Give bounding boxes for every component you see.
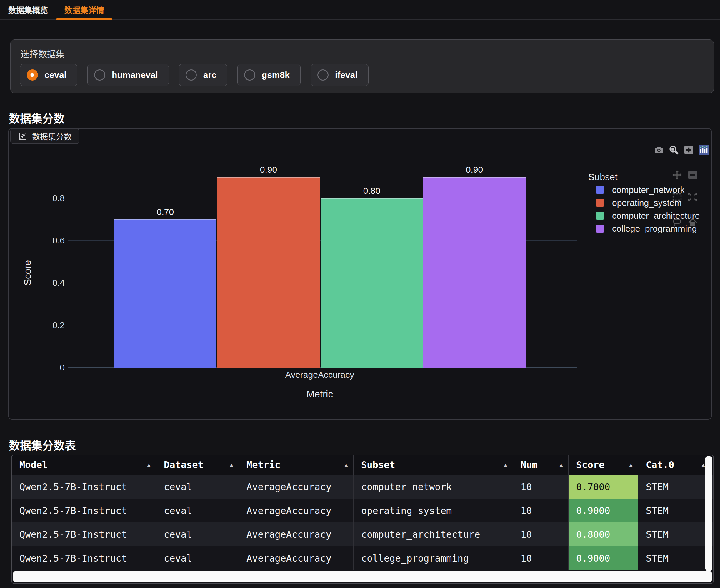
cell-model: Qwen2.5-7B-Instruct: [12, 499, 156, 522]
column-header-label: Dataset: [164, 459, 204, 470]
dataset-radio-option[interactable]: ifeval: [311, 64, 369, 86]
sort-arrow-icon: ▲: [701, 461, 705, 468]
legend-item-label: college_programming: [612, 224, 697, 234]
radio-icon: [94, 69, 105, 81]
column-header[interactable]: Subset ▲: [353, 455, 513, 475]
column-header-label: Model: [19, 459, 48, 470]
cell-subset: computer_network: [353, 475, 513, 499]
dataset-selector-panel: 选择数据集 ceval humaneval arc gsm8k ifeval: [10, 39, 714, 93]
y-tick-label: 0.4: [8, 277, 65, 289]
radio-option-label: ceval: [44, 70, 66, 80]
legend-item[interactable]: college_programming: [596, 222, 700, 235]
column-header-label: Score: [576, 459, 604, 470]
page: 数据集概览 数据集详情 选择数据集 ceval humaneval arc gs…: [0, 0, 720, 588]
cell-num: 10: [513, 475, 569, 499]
dataset-radio-option[interactable]: humaneval: [87, 64, 169, 86]
y-tick-label: 0.2: [8, 319, 65, 331]
dataset-radio-option[interactable]: gsm8k: [238, 64, 301, 86]
radio-option-label: ifeval: [335, 70, 358, 80]
cell-cat0: STEM: [638, 546, 710, 570]
sort-arrow-icon: ▲: [629, 461, 633, 468]
cell-metric: AverageAccuracy: [239, 499, 353, 522]
legend-item-label: computer_architecture: [612, 211, 700, 221]
dataset-radio-option[interactable]: ceval: [20, 64, 77, 86]
cell-model: Qwen2.5-7B-Instruct: [12, 475, 156, 499]
cell-num: 10: [513, 499, 569, 522]
radio-option-label: arc: [203, 70, 217, 80]
legend-title: Subset: [588, 172, 618, 183]
legend-item[interactable]: computer_network: [596, 184, 700, 196]
legend-item-label: computer_network: [612, 185, 685, 195]
cell-metric: AverageAccuracy: [239, 522, 353, 546]
column-header[interactable]: Dataset ▲: [156, 455, 239, 475]
top-tab[interactable]: 数据集概览: [0, 0, 56, 19]
table-vertical-scrollbar[interactable]: [705, 456, 712, 571]
table-horizontal-scrollbar[interactable]: [13, 571, 712, 582]
table-row: Qwen2.5-7B-InstructcevalAverageAccuracyc…: [12, 546, 713, 570]
x-tick-label: AverageAccuracy: [275, 370, 364, 380]
chart-card: 数据集分数: [8, 128, 712, 420]
dataset-radio-option[interactable]: arc: [179, 64, 227, 86]
bar-operating_system[interactable]: [217, 177, 320, 368]
bar-value-label: 0.70: [114, 206, 217, 217]
table-section-heading: 数据集分数表: [9, 439, 76, 452]
top-tab-bar: 数据集概览 数据集详情: [0, 0, 720, 20]
table-body: Qwen2.5-7B-InstructcevalAverageAccuracyc…: [12, 475, 713, 570]
legend-swatch: [596, 199, 604, 207]
cell-subset: operating_system: [353, 499, 513, 522]
cell-cat0: STEM: [638, 475, 710, 499]
top-tab-label: 数据集详情: [64, 4, 104, 16]
sort-arrow-icon: ▲: [230, 461, 233, 468]
bar-value-label: 0.90: [217, 164, 320, 175]
table-header-row: Model ▲ Dataset ▲ Metric ▲ Subset ▲ Num …: [12, 455, 713, 475]
radio-icon: [244, 69, 255, 81]
legend-swatch: [596, 212, 604, 219]
cell-subset: college_programming: [353, 546, 513, 570]
legend-swatch: [596, 225, 604, 233]
column-header[interactable]: Score ▲: [569, 455, 638, 475]
cell-metric: AverageAccuracy: [239, 546, 353, 570]
dataset-radio-group: ceval humaneval arc gsm8k ifeval: [20, 64, 369, 86]
y-tick-label: 0.6: [8, 234, 65, 247]
radio-icon: [27, 69, 38, 81]
scores-table: Model ▲ Dataset ▲ Metric ▲ Subset ▲ Num …: [11, 455, 714, 584]
bar-college_programming[interactable]: [423, 177, 526, 368]
legend-item[interactable]: computer_architecture: [596, 209, 700, 222]
chart-section-heading: 数据集分数: [9, 112, 65, 125]
bar-value-label: 0.80: [321, 185, 423, 196]
top-tab[interactable]: 数据集详情: [56, 0, 112, 19]
column-header[interactable]: Model ▲: [12, 455, 156, 475]
cell-metric: AverageAccuracy: [239, 475, 353, 499]
selector-title: 选择数据集: [21, 47, 65, 60]
cell-num: 10: [513, 546, 569, 570]
radio-option-label: humaneval: [112, 70, 158, 80]
legend-swatch: [596, 186, 604, 194]
column-header[interactable]: Num ▲: [513, 455, 569, 475]
cell-dataset: ceval: [156, 475, 239, 499]
radio-icon: [186, 69, 197, 81]
bar-computer_network[interactable]: [114, 219, 217, 368]
cell-dataset: ceval: [156, 522, 239, 546]
column-header-label: Subset: [361, 459, 395, 470]
cell-dataset: ceval: [156, 546, 239, 570]
cell-num: 10: [513, 522, 569, 546]
y-tick-label: 0: [8, 361, 65, 374]
bar-value-label: 0.90: [423, 164, 526, 175]
cell-score: 0.8000: [569, 522, 638, 546]
cell-score: 0.7000: [569, 475, 638, 499]
table-row: Qwen2.5-7B-InstructcevalAverageAccuracyo…: [12, 499, 713, 522]
radio-option-label: gsm8k: [262, 70, 290, 80]
legend-item[interactable]: operating_system: [596, 196, 700, 209]
y-tick-label: 0.8: [8, 192, 65, 204]
cell-score: 0.9000: [569, 546, 638, 570]
column-header-label: Cat.0: [646, 459, 674, 470]
cell-dataset: ceval: [156, 499, 239, 522]
bar-computer_architecture[interactable]: [321, 198, 423, 368]
x-axis-title: Metric: [275, 388, 364, 400]
column-header-label: Num: [520, 459, 538, 470]
column-header[interactable]: Metric ▲: [239, 455, 353, 475]
cell-score: 0.9000: [569, 499, 638, 522]
column-header[interactable]: Cat.0 ▲: [638, 455, 710, 475]
legend-item-label: operating_system: [612, 198, 682, 208]
column-header-label: Metric: [246, 459, 281, 470]
